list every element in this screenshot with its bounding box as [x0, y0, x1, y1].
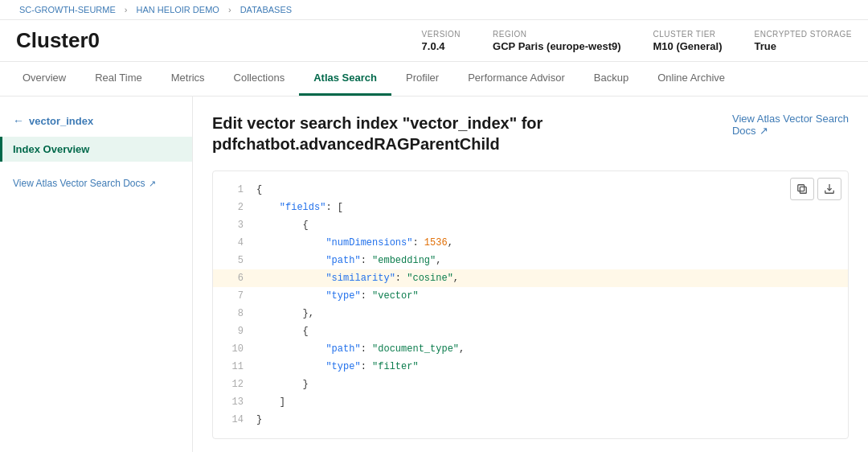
breadcrumb: SC-GROWTH-SEURME › HAN HELOIR DEMO › DAT… — [0, 0, 868, 20]
code-editor: 1 { 2 "fields": [ 3 { 4 " — [212, 170, 849, 439]
tab-collections[interactable]: Collections — [219, 62, 300, 96]
code-line: 1 { — [213, 181, 848, 199]
page-title: Edit vector search index "vector_index" … — [212, 113, 542, 154]
code-line: 14 } — [213, 411, 848, 429]
export-button[interactable] — [817, 178, 841, 200]
breadcrumb-org[interactable]: SC-GROWTH-SEURME — [19, 5, 116, 14]
tab-overview[interactable]: Overview — [8, 62, 80, 96]
code-line: 13 ] — [213, 393, 848, 411]
code-line: 9 { — [213, 322, 848, 340]
code-lines: 1 { 2 "fields": [ 3 { 4 " — [213, 171, 848, 438]
tier-meta: CLUSTER TIER M10 (General) — [653, 30, 723, 52]
code-line: 7 "type": "vector" — [213, 287, 848, 305]
sidebar-docs-link[interactable]: View Atlas Vector Search Docs ↗ — [0, 162, 192, 195]
version-value: 7.0.4 — [422, 40, 461, 52]
code-line: 3 { — [213, 216, 848, 234]
code-line: 12 } — [213, 376, 848, 393]
content-area: Edit vector search index "vector_index" … — [193, 97, 868, 452]
content-header: Edit vector search index "vector_index" … — [212, 113, 849, 154]
cluster-meta: VERSION 7.0.4 REGION GCP Paris (europe-w… — [422, 30, 852, 52]
code-line: 10 "path": "document_type", — [213, 340, 848, 358]
cluster-name: Cluster0 — [16, 28, 100, 53]
main-layout: ← vector_index Index Overview View Atlas… — [0, 97, 868, 452]
code-line: 2 "fields": [ — [213, 199, 848, 216]
svg-rect-0 — [800, 187, 806, 193]
top-docs-link[interactable]: View Atlas Vector Search Docs ↗ — [732, 113, 849, 137]
region-meta: REGION GCP Paris (europe-west9) — [493, 30, 620, 52]
tab-online-archive[interactable]: Online Archive — [643, 62, 739, 96]
code-line: 11 "type": "filter" — [213, 358, 848, 376]
code-line-highlighted: 6 "similarity": "cosine", — [213, 269, 848, 287]
svg-rect-1 — [798, 185, 805, 191]
tier-label: CLUSTER TIER — [653, 30, 723, 39]
back-label: vector_index — [29, 115, 93, 127]
back-arrow-icon: ← — [13, 114, 24, 127]
tab-backup[interactable]: Backup — [579, 62, 643, 96]
version-meta: VERSION 7.0.4 — [422, 30, 461, 52]
back-link[interactable]: ← vector_index — [0, 109, 192, 137]
tab-realtime[interactable]: Real Time — [80, 62, 157, 96]
code-line: 4 "numDimensions": 1536, — [213, 234, 848, 252]
region-label: REGION — [493, 30, 620, 39]
code-line: 8 }, — [213, 305, 848, 322]
storage-label: ENCRYPTED STORAGE — [755, 30, 853, 39]
tab-profiler[interactable]: Profiler — [391, 62, 453, 96]
nav-tabs: Overview Real Time Metrics Collections A… — [0, 62, 868, 97]
code-line: 5 "path": "embedding", — [213, 252, 848, 269]
tier-value: M10 (General) — [653, 40, 723, 52]
tab-atlas-search[interactable]: Atlas Search — [299, 62, 391, 96]
region-value: GCP Paris (europe-west9) — [493, 40, 620, 52]
storage-meta: ENCRYPTED STORAGE True — [755, 30, 853, 52]
tab-metrics[interactable]: Metrics — [157, 62, 219, 96]
tab-performance-advisor[interactable]: Performance Advisor — [453, 62, 579, 96]
copy-button[interactable] — [790, 178, 814, 200]
breadcrumb-page[interactable]: DATABASES — [240, 5, 292, 14]
editor-toolbar — [790, 178, 841, 200]
sidebar: ← vector_index Index Overview View Atlas… — [0, 97, 193, 452]
breadcrumb-project[interactable]: HAN HELOIR DEMO — [137, 5, 219, 14]
version-label: VERSION — [422, 30, 461, 39]
external-icon-top: ↗ — [760, 125, 768, 137]
sidebar-item-index-overview[interactable]: Index Overview — [0, 137, 192, 162]
storage-value: True — [755, 40, 853, 52]
external-link-icon: ↗ — [149, 179, 156, 189]
cluster-header: Cluster0 VERSION 7.0.4 REGION GCP Paris … — [0, 20, 868, 62]
